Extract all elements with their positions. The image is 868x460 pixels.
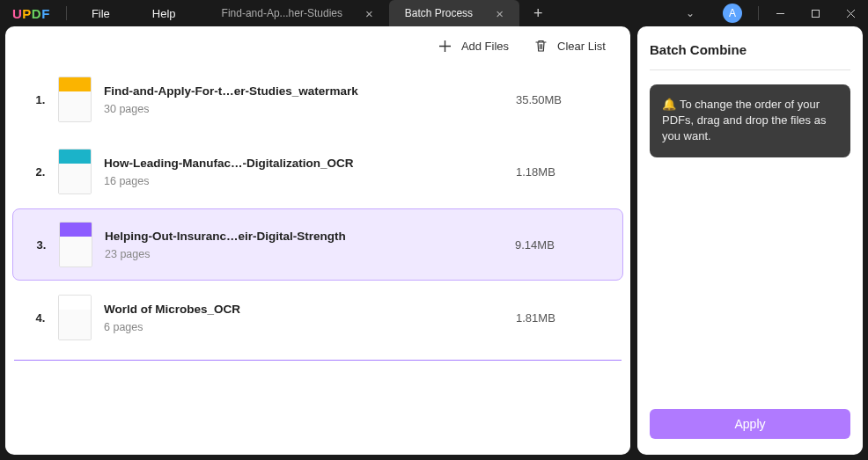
file-thumbnail [58,149,92,194]
close-icon[interactable]: × [365,6,373,21]
row-index: 3. [24,238,59,252]
new-tab-button[interactable]: + [519,0,557,26]
file-name: How-Leading-Manufac…-Digitalization_OCR [104,157,516,170]
tab-label: Find-and-Ap...her-Studies [222,7,342,19]
app-logo: UPDF [0,6,63,21]
file-info: World of Microbes_OCR 6 pages [104,303,516,333]
chevron-down-icon[interactable]: ⌄ [670,7,710,19]
trash-icon [533,39,548,54]
file-pages: 30 pages [104,103,516,115]
tab-label: Batch Process [405,7,473,19]
file-pages: 6 pages [104,321,516,333]
file-pages: 23 pages [105,248,515,260]
tab-batch-process[interactable]: Batch Process × [389,0,519,26]
hint-text: To change the order of your PDFs, drag a… [662,98,826,142]
add-files-label: Add Files [461,40,509,53]
file-pages: 16 pages [104,175,516,187]
file-name: World of Microbes_OCR [104,303,516,316]
side-panel: Batch Combine 🔔To change the order of yo… [637,26,863,455]
titlebar-right: ⌄ A [670,0,868,26]
bell-icon: 🔔 [662,98,676,111]
close-icon[interactable]: × [496,6,504,21]
file-thumbnail [58,77,92,122]
maximize-button[interactable] [798,0,833,26]
file-row[interactable]: 2. How-Leading-Manufac…-Digitalization_O… [12,136,623,207]
row-index: 2. [23,165,58,179]
file-name: Helping-Out-Insuranc…eir-Digital-Strengt… [105,230,515,243]
file-list-panel: Add Files Clear List 1. Find-and-Apply-F… [5,26,630,455]
separator [758,6,759,20]
file-size: 1.81MB [516,311,613,325]
file-row[interactable]: 3. Helping-Out-Insuranc…eir-Digital-Stre… [12,208,623,281]
row-index: 4. [23,311,58,325]
file-size: 9.14MB [515,238,612,252]
file-size: 35.50MB [516,93,613,106]
svg-rect-1 [812,10,819,17]
file-info: Helping-Out-Insuranc…eir-Digital-Strengt… [105,230,515,260]
minimize-button[interactable] [762,0,798,26]
file-list: 1. Find-and-Apply-For-t…er-Studies_water… [5,62,630,455]
close-button[interactable] [833,0,868,26]
list-divider [14,360,622,361]
file-list-toolbar: Add Files Clear List [5,26,630,62]
titlebar: UPDF File Help Find-and-Ap...her-Studies… [0,0,868,26]
main-shell: Add Files Clear List 1. Find-and-Apply-F… [0,26,868,460]
row-index: 1. [23,93,58,106]
avatar[interactable]: A [723,4,742,23]
file-row[interactable]: 4. World of Microbes_OCR 6 pages 1.81MB [12,282,623,353]
file-thumbnail [58,295,92,340]
file-thumbnail [59,222,92,267]
tab-document[interactable]: Find-and-Ap...her-Studies × [206,0,389,26]
menu-help[interactable]: Help [131,7,197,20]
clear-list-label: Clear List [557,40,606,53]
file-size: 1.18MB [516,165,613,179]
menu-file[interactable]: File [70,7,131,20]
file-info: Find-and-Apply-For-t…er-Studies_watermar… [104,84,516,115]
tab-strip: Find-and-Ap...her-Studies × Batch Proces… [206,0,557,26]
separator [66,6,67,20]
panel-title: Batch Combine [650,42,850,70]
hint-box: 🔔To change the order of your PDFs, drag … [650,84,850,157]
apply-button[interactable]: Apply [650,409,850,439]
clear-list-button[interactable]: Clear List [533,39,606,54]
file-row[interactable]: 1. Find-and-Apply-For-t…er-Studies_water… [12,64,623,135]
plus-icon [438,39,452,54]
file-name: Find-and-Apply-For-t…er-Studies_watermar… [104,84,516,98]
file-info: How-Leading-Manufac…-Digitalization_OCR … [104,157,516,187]
add-files-button[interactable]: Add Files [438,39,509,54]
